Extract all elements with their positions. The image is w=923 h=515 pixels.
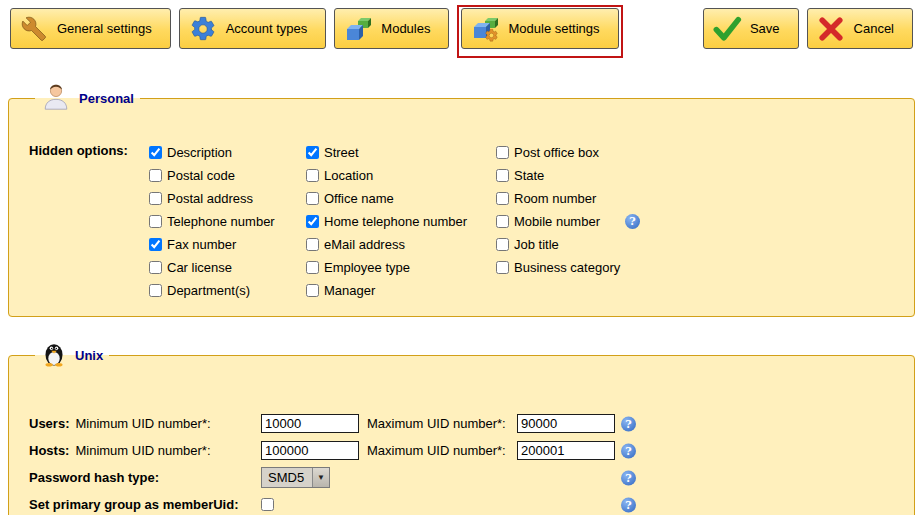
module-settings-label: Module settings	[508, 21, 599, 36]
option-label: Postal code	[167, 168, 235, 183]
password-hash-labels: Password hash type:	[29, 470, 261, 485]
options-column-3: Post office box State Room number Mobile…	[496, 141, 640, 302]
option-telephone-number-checkbox[interactable]	[149, 215, 162, 228]
options-column-2: Street Location Office name Home telepho…	[306, 141, 496, 302]
option-label: Employee type	[324, 260, 410, 275]
cubes-icon	[343, 14, 373, 44]
hosts-uid-row: Hosts: Minimum UID number*: Maximum UID …	[29, 437, 894, 464]
password-hash-label: Password hash type:	[29, 470, 159, 485]
option-label: Home telephone number	[324, 214, 467, 229]
password-hash-select[interactable]: SMD5	[261, 467, 330, 488]
option-employee-type-checkbox[interactable]	[306, 261, 319, 274]
personal-legend: Personal	[35, 82, 140, 115]
help-icon[interactable]: ?	[621, 443, 636, 458]
option-post-office-box-checkbox[interactable]	[496, 146, 509, 159]
save-button[interactable]: Save	[703, 8, 799, 49]
cross-icon	[816, 14, 846, 44]
member-uid-checkbox[interactable]	[261, 498, 274, 511]
option-postal-code[interactable]: Postal code	[149, 164, 306, 187]
users-uid-row: Users: Minimum UID number*: Maximum UID …	[29, 410, 894, 437]
option-state-checkbox[interactable]	[496, 169, 509, 182]
option-business-category[interactable]: Business category	[496, 256, 640, 279]
option-label: State	[514, 168, 544, 183]
cancel-label: Cancel	[854, 21, 894, 36]
option-label: Room number	[514, 191, 596, 206]
account-types-button[interactable]: Account types	[179, 8, 327, 49]
modules-button[interactable]: Modules	[334, 8, 449, 49]
help-icon[interactable]: ?	[621, 497, 636, 512]
max-uid-label: Maximum UID number*:	[367, 443, 517, 458]
hosts-label: Hosts:	[29, 443, 69, 458]
users-min-uid-input[interactable]	[261, 414, 359, 433]
option-street[interactable]: Street	[306, 141, 496, 164]
hosts-min-uid-input[interactable]	[261, 441, 359, 460]
option-description[interactable]: Description	[149, 141, 306, 164]
option-description-checkbox[interactable]	[149, 146, 162, 159]
option-email-address[interactable]: eMail address	[306, 233, 496, 256]
general-settings-button[interactable]: General settings	[10, 8, 171, 49]
hidden-options-row: Hidden options: Description Postal code …	[29, 141, 894, 302]
option-label: Location	[324, 168, 373, 183]
module-settings-button[interactable]: Module settings	[461, 8, 618, 49]
selected-tab-highlight: Module settings	[457, 5, 622, 58]
account-types-label: Account types	[226, 21, 308, 36]
option-manager[interactable]: Manager	[306, 279, 496, 302]
module-settings-page: General settings Account types	[0, 0, 923, 515]
unix-section: Unix Users: Minimum UID number*: Maximum…	[8, 339, 915, 515]
help-icon[interactable]: ?	[621, 416, 636, 431]
option-state[interactable]: State	[496, 164, 640, 187]
hosts-max-uid-input[interactable]	[517, 441, 615, 460]
option-label: Telephone number	[167, 214, 275, 229]
password-hash-select-wrap: SMD5 ▼	[261, 467, 330, 488]
option-postal-address[interactable]: Postal address	[149, 187, 306, 210]
person-icon	[41, 82, 71, 115]
cubes-gear-icon	[470, 14, 500, 44]
option-departments-checkbox[interactable]	[149, 284, 162, 297]
users-max-uid-input[interactable]	[517, 414, 615, 433]
option-label: Description	[167, 145, 232, 160]
option-postal-code-checkbox[interactable]	[149, 169, 162, 182]
option-postal-address-checkbox[interactable]	[149, 192, 162, 205]
option-street-checkbox[interactable]	[306, 146, 319, 159]
option-business-category-checkbox[interactable]	[496, 261, 509, 274]
min-uid-label: Minimum UID number*:	[75, 416, 210, 431]
option-car-license-checkbox[interactable]	[149, 261, 162, 274]
option-email-address-checkbox[interactable]	[306, 238, 319, 251]
member-uid-row: Set primary group as memberUid: ?	[29, 491, 894, 515]
option-mobile-number-checkbox[interactable]	[496, 215, 509, 228]
option-manager-checkbox[interactable]	[306, 284, 319, 297]
option-departments[interactable]: Department(s)	[149, 279, 306, 302]
option-job-title-checkbox[interactable]	[496, 238, 509, 251]
option-label: Postal address	[167, 191, 253, 206]
option-fax-number-checkbox[interactable]	[149, 238, 162, 251]
option-room-number-checkbox[interactable]	[496, 192, 509, 205]
option-location[interactable]: Location	[306, 164, 496, 187]
option-label: Fax number	[167, 237, 236, 252]
option-office-name[interactable]: Office name	[306, 187, 496, 210]
option-job-title[interactable]: Job title	[496, 233, 640, 256]
help-icon[interactable]: ?	[625, 214, 640, 229]
option-home-telephone-number[interactable]: Home telephone number	[306, 210, 496, 233]
options-column-1: Description Postal code Postal address T…	[149, 141, 306, 302]
member-uid-labels: Set primary group as memberUid:	[29, 497, 261, 512]
option-car-license[interactable]: Car license	[149, 256, 306, 279]
option-home-telephone-number-checkbox[interactable]	[306, 215, 319, 228]
option-employee-type[interactable]: Employee type	[306, 256, 496, 279]
option-label: Mobile number	[514, 214, 600, 229]
modules-label: Modules	[381, 21, 430, 36]
content-area: Personal Hidden options: Description Pos…	[0, 82, 923, 515]
option-post-office-box[interactable]: Post office box	[496, 141, 640, 164]
users-uid-labels: Users: Minimum UID number*:	[29, 416, 261, 431]
option-room-number[interactable]: Room number	[496, 187, 640, 210]
option-label: Department(s)	[167, 283, 250, 298]
option-telephone-number[interactable]: Telephone number	[149, 210, 306, 233]
cancel-button[interactable]: Cancel	[807, 8, 913, 49]
option-location-checkbox[interactable]	[306, 169, 319, 182]
unix-body: Users: Minimum UID number*: Maximum UID …	[29, 386, 894, 515]
option-mobile-number-row: Mobile number ?	[496, 210, 640, 233]
personal-section: Personal Hidden options: Description Pos…	[8, 82, 915, 317]
option-office-name-checkbox[interactable]	[306, 192, 319, 205]
option-label: Manager	[324, 283, 375, 298]
help-icon[interactable]: ?	[621, 470, 636, 485]
option-fax-number[interactable]: Fax number	[149, 233, 306, 256]
